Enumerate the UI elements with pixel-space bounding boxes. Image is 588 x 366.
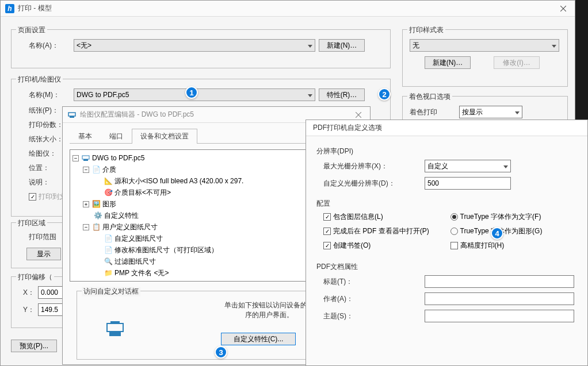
offset-x-label: X： bbox=[23, 288, 35, 298]
svg-rect-11 bbox=[109, 332, 121, 336]
chevron-down-icon bbox=[552, 41, 556, 49]
print-to-file-checkbox[interactable]: ✓ 打印到文 bbox=[29, 192, 66, 202]
media-icon: 📄 bbox=[91, 165, 101, 174]
doc-title-label: 标题(T)： bbox=[323, 277, 421, 287]
custom-props-button[interactable]: 自定义特性(C)... bbox=[221, 333, 296, 345]
config-heading: 配置 bbox=[316, 199, 577, 209]
style-modify-button: 修改(I)… bbox=[494, 56, 540, 69]
tab-basic[interactable]: 基本 bbox=[70, 129, 101, 144]
plotter-icon bbox=[67, 110, 77, 120]
editor-title: 绘图仪配置编辑器 - DWG to PDF.pc5 bbox=[80, 110, 352, 120]
pdf-title: PDF打印机自定义选项 bbox=[311, 123, 583, 133]
page-name-select[interactable]: <无> bbox=[74, 39, 315, 52]
pmp-icon: 📁 bbox=[104, 268, 113, 278]
collapse-icon[interactable]: − bbox=[72, 155, 79, 161]
bookmarks-checkbox[interactable]: ✓创建书签(O) bbox=[323, 241, 371, 251]
print-title: 打印 - 模型 bbox=[18, 3, 556, 13]
chevron-down-icon bbox=[308, 91, 312, 99]
page-settings-group: 页面设置 名称(A)： <无> 新建(N)… bbox=[11, 29, 391, 68]
page-new-button[interactable]: 新建(N)… bbox=[319, 39, 365, 52]
shade-label: 着色打印 bbox=[410, 107, 456, 117]
open-after-checkbox[interactable]: ✓完成后在 PDF 查看器中打开(P) bbox=[323, 226, 429, 236]
custom-dialog-legend: 访问自定义对话框 bbox=[82, 287, 140, 296]
close-icon[interactable] bbox=[556, 2, 570, 16]
shade-value: 按显示 bbox=[462, 107, 513, 117]
custom-raster-label: 自定义光栅分辨率(D)： bbox=[323, 179, 421, 188]
source-icon: 📐 bbox=[104, 176, 113, 186]
preview-button[interactable]: 预览(P)... bbox=[11, 340, 57, 352]
sizes-icon: 📋 bbox=[91, 222, 101, 232]
filter-icon: 🔍 bbox=[104, 257, 113, 266]
svg-rect-8 bbox=[82, 156, 89, 159]
svg-rect-12 bbox=[110, 321, 120, 323]
custom-icon: ⚙️ bbox=[93, 211, 102, 220]
max-raster-label: 最大光栅分辨率(X)： bbox=[323, 161, 421, 171]
chevron-down-icon bbox=[308, 41, 312, 49]
page-name-label: 名称(A)： bbox=[18, 41, 70, 51]
style-table-legend: 打印样式表 bbox=[407, 25, 445, 35]
plotter-file-icon bbox=[81, 153, 90, 163]
custom-raster-input[interactable]: 500 bbox=[425, 177, 511, 190]
chevron-down-icon bbox=[515, 108, 520, 116]
docprops-heading: PDF文档属性 bbox=[316, 262, 577, 272]
style-new-button[interactable]: 新建(N)… bbox=[425, 56, 471, 69]
doc-author-input[interactable] bbox=[425, 292, 574, 305]
plotter-large-icon bbox=[106, 320, 124, 340]
app-icon: h bbox=[5, 4, 14, 13]
printer-name-label: 名称(M)： bbox=[18, 90, 70, 100]
svg-rect-9 bbox=[83, 159, 88, 161]
style-table-group: 打印样式表 无 新建(N)… 修改(I)… bbox=[402, 29, 568, 87]
svg-rect-10 bbox=[107, 323, 123, 332]
doc-author-label: 作者(A)： bbox=[323, 294, 421, 304]
print-offset-legend: 打印偏移（ bbox=[16, 272, 54, 282]
collapse-icon[interactable]: − bbox=[83, 224, 89, 230]
page-icon: 📄 bbox=[104, 245, 113, 255]
show-button[interactable]: 显示 bbox=[26, 248, 61, 260]
doc-subject-input[interactable] bbox=[425, 310, 574, 322]
annotation-badge-3: 3 bbox=[215, 346, 227, 359]
hires-checkbox[interactable]: 高精度打印(H) bbox=[450, 241, 505, 251]
chevron-down-icon bbox=[503, 162, 508, 170]
style-table-value: 无 bbox=[413, 41, 549, 51]
annotation-badge-2: 2 bbox=[378, 88, 391, 101]
style-table-select[interactable]: 无 bbox=[410, 39, 559, 52]
layers-checkbox[interactable]: ✓包含图层信息(L) bbox=[323, 212, 383, 222]
annotation-badge-4: 4 bbox=[491, 227, 503, 240]
max-raster-select[interactable]: 自定义 bbox=[425, 160, 511, 172]
viewport-legend: 着色视口选项 bbox=[407, 92, 452, 102]
doc-subject-label: 主题(S)： bbox=[323, 311, 421, 321]
annotation-badge-1: 1 bbox=[185, 86, 198, 99]
printer-legend: 打印机/绘图仪 bbox=[16, 75, 63, 84]
collapse-icon[interactable]: − bbox=[83, 167, 89, 173]
tab-ports[interactable]: 端口 bbox=[101, 129, 132, 144]
tt-text-radio[interactable]: TrueType 字体作为文字(F) bbox=[450, 212, 541, 222]
svg-rect-5 bbox=[70, 116, 74, 118]
pdf-options-window: PDF打印机自定义选项 分辨率(DPI) 最大光栅分辨率(X)： 自定义 自定义… bbox=[306, 120, 588, 366]
target-icon: 🎯 bbox=[104, 188, 113, 197]
svg-rect-4 bbox=[68, 113, 75, 116]
expand-icon[interactable]: + bbox=[83, 201, 89, 207]
page-settings-legend: 页面设置 bbox=[16, 25, 47, 35]
printer-props-button[interactable]: 特性(R)… bbox=[319, 88, 365, 101]
graphics-icon: 🖼️ bbox=[91, 199, 101, 209]
print-area-legend: 打印区域 bbox=[16, 218, 47, 228]
page-icon: 📄 bbox=[104, 234, 113, 243]
max-raster-value: 自定义 bbox=[427, 161, 501, 171]
tab-device-doc[interactable]: 设备和文档设置 bbox=[132, 129, 197, 144]
svg-text:h: h bbox=[7, 5, 12, 13]
print-titlebar: h 打印 - 模型 bbox=[1, 1, 575, 17]
dpi-heading: 分辨率(DPI) bbox=[316, 147, 577, 156]
page-name-value: <无> bbox=[77, 41, 306, 51]
offset-y-label: Y： bbox=[23, 305, 35, 315]
pdf-titlebar: PDF打印机自定义选项 bbox=[306, 120, 587, 136]
checkbox-box: ✓ bbox=[29, 193, 36, 201]
doc-title-input[interactable] bbox=[425, 275, 574, 288]
shade-select[interactable]: 按显示 bbox=[459, 106, 522, 118]
